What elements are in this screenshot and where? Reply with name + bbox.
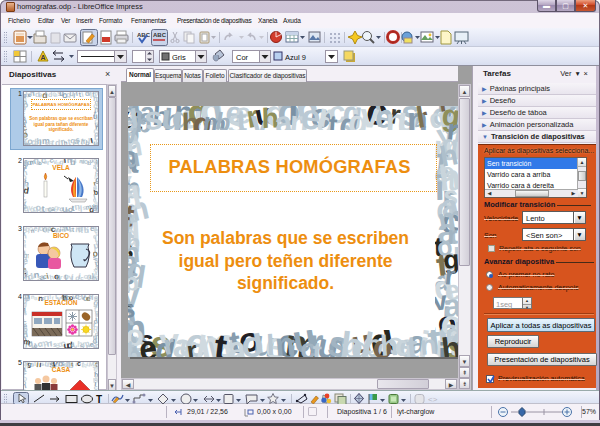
svg-text:l: l bbox=[45, 92, 47, 98]
svg-text:h: h bbox=[440, 330, 459, 357]
svg-text:ABC: ABC bbox=[137, 32, 151, 38]
svg-text:A: A bbox=[41, 54, 46, 61]
svg-text:i: i bbox=[288, 335, 297, 357]
svg-text:Cor: Cor bbox=[236, 53, 249, 62]
svg-text:Azul 9: Azul 9 bbox=[285, 53, 306, 62]
svg-text:u: u bbox=[93, 143, 98, 145]
svg-text:ABC: ABC bbox=[153, 32, 167, 38]
svg-text:<>: <> bbox=[428, 395, 438, 404]
svg-text:T: T bbox=[96, 394, 102, 405]
svg-text:t: t bbox=[312, 336, 323, 357]
svg-text:i: i bbox=[81, 92, 84, 98]
svg-text:Gris: Gris bbox=[172, 53, 186, 62]
